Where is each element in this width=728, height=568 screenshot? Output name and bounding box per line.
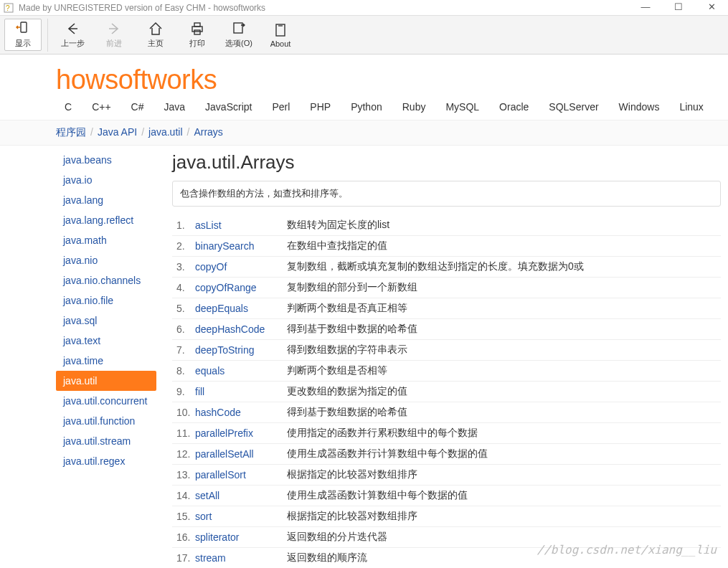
method-row: 15.sort根据指定的比较器对数组排序 <box>172 506 721 527</box>
sidebar-item[interactable]: java.util.function <box>56 411 156 431</box>
toolbar-label: 显示 <box>15 38 31 49</box>
toolbar-label: About <box>270 39 291 48</box>
sidebar: java.beansjava.iojava.langjava.lang.refl… <box>0 150 156 568</box>
method-number: 17. <box>172 552 195 564</box>
method-name[interactable]: asList <box>195 219 287 231</box>
svg-rect-4 <box>194 23 200 27</box>
toolbar-show-button[interactable]: 显示 <box>4 19 42 51</box>
close-button[interactable]: ✕ <box>695 0 728 16</box>
method-name[interactable]: stream <box>195 552 287 564</box>
topnav-item[interactable]: Perl <box>272 101 290 113</box>
method-row: 12.parallelSetAll使用生成器函数并行计算数组中每个数据的值 <box>172 444 721 465</box>
method-name[interactable]: copyOfRange <box>195 282 287 293</box>
sidebar-item[interactable]: java.math <box>56 230 156 250</box>
method-number: 11. <box>172 427 195 439</box>
breadcrumb-item[interactable]: java.util <box>148 126 182 138</box>
topnav-item[interactable]: Oracle <box>499 101 529 113</box>
method-desc: 复制数组，截断或填充复制的数组达到指定的长度。填充数据为0或 <box>287 260 721 273</box>
topnav-item[interactable]: Ruby <box>402 101 426 113</box>
minimize-button[interactable]: — <box>629 0 662 16</box>
sidebar-item[interactable]: java.nio.file <box>56 290 156 311</box>
topnav-item[interactable]: Java <box>164 101 186 113</box>
method-row: 9.fill更改数组的数据为指定的值 <box>172 382 721 402</box>
method-name[interactable]: fill <box>195 386 287 397</box>
method-name[interactable]: deepHashCode <box>195 323 287 335</box>
topnav-item[interactable]: C# <box>131 101 144 113</box>
method-row: 3.copyOf复制数组，截断或填充复制的数组达到指定的长度。填充数据为0或 <box>172 257 721 278</box>
arrow-left-icon <box>65 21 80 37</box>
method-number: 9. <box>172 386 195 397</box>
method-row: 11.parallelPrefix使用指定的函数并行累积数组中的每个数据 <box>172 423 721 444</box>
method-number: 12. <box>172 448 195 460</box>
breadcrumb-item[interactable]: 程序园 <box>56 126 86 138</box>
method-row: 13.parallelSort根据指定的比较器对数组排序 <box>172 465 721 486</box>
topnav-item[interactable]: MySQL <box>445 101 479 113</box>
toolbar-opts-button[interactable]: 选项(O) <box>220 19 257 50</box>
sidebar-item[interactable]: java.util.regex <box>56 451 156 471</box>
method-list: 1.asList数组转为固定长度的list2.binarySearch在数组中查… <box>172 215 721 568</box>
method-name[interactable]: parallelSort <box>195 469 287 481</box>
method-name[interactable]: parallelSetAll <box>195 448 287 460</box>
method-number: 3. <box>172 261 195 273</box>
method-number: 2. <box>172 240 195 252</box>
method-number: 5. <box>172 303 195 314</box>
toolbar-back-button[interactable]: 上一步 <box>54 19 91 50</box>
sidebar-item[interactable]: java.lang <box>56 190 156 210</box>
sidebar-item[interactable]: java.lang.reflect <box>56 210 156 230</box>
top-nav: CC++C#JavaJavaScriptPerlPHPPythonRubyMyS… <box>0 101 728 113</box>
method-name[interactable]: sort <box>195 511 287 522</box>
method-name[interactable]: parallelPrefix <box>195 427 287 439</box>
toolbar-print-button[interactable]: 打印 <box>179 19 216 50</box>
sidebar-item[interactable]: java.beans <box>56 150 156 170</box>
sidebar-item[interactable]: java.util <box>56 371 156 391</box>
method-number: 8. <box>172 365 195 377</box>
breadcrumb-item[interactable]: Java API <box>98 126 137 138</box>
svg-rect-5 <box>194 30 200 34</box>
method-name[interactable]: setAll <box>195 490 287 501</box>
sidebar-item[interactable]: java.util.stream <box>56 431 156 451</box>
topnav-item[interactable]: C <box>65 101 72 113</box>
method-number: 14. <box>172 490 195 501</box>
topnav-item[interactable]: Python <box>351 101 382 113</box>
method-name[interactable]: deepEquals <box>195 303 287 314</box>
method-name[interactable]: deepToString <box>195 344 287 356</box>
sidebar-item[interactable]: java.time <box>56 351 156 371</box>
sidebar-item[interactable]: java.sql <box>56 311 156 331</box>
method-number: 6. <box>172 323 195 335</box>
topnav-item[interactable]: Linux <box>679 101 703 113</box>
topnav-item[interactable]: C++ <box>92 101 110 113</box>
method-number: 10. <box>172 407 195 418</box>
topnav-item[interactable]: SQLServer <box>549 101 598 113</box>
method-name[interactable]: copyOf <box>195 261 287 273</box>
topnav-item[interactable]: PHP <box>310 101 331 113</box>
sidebar-item[interactable]: java.util.concurrent <box>56 391 156 411</box>
toolbar-fwd-button: 前进 <box>95 19 133 50</box>
method-row: 1.asList数组转为固定长度的list <box>172 215 721 236</box>
sidebar-item[interactable]: java.nio.channels <box>56 270 156 290</box>
topnav-item[interactable]: Windows <box>619 101 660 113</box>
method-desc: 使用生成器函数计算数组中每个数据的值 <box>287 489 721 502</box>
breadcrumb: 程序园/Java API/java.util/Arrays <box>0 120 728 146</box>
main: java.beansjava.iojava.langjava.lang.refl… <box>0 146 728 568</box>
sidebar-item[interactable]: java.nio <box>56 250 156 270</box>
breadcrumb-sep: / <box>90 126 93 138</box>
logo: howsoftworks <box>0 65 728 95</box>
breadcrumb-item[interactable]: Arrays <box>194 126 222 138</box>
method-name[interactable]: binarySearch <box>195 240 287 252</box>
method-name[interactable]: spliterator <box>195 531 287 543</box>
toolbar-home-button[interactable]: 主页 <box>137 19 174 50</box>
maximize-button[interactable]: ☐ <box>662 0 695 16</box>
breadcrumb-sep: / <box>187 126 190 138</box>
method-row: 6.deepHashCode得到基于数组中数据的哈希值 <box>172 319 721 340</box>
phone-arrow-icon <box>15 21 31 37</box>
toolbar-label: 打印 <box>189 38 205 49</box>
method-name[interactable]: equals <box>195 365 287 377</box>
method-name[interactable]: hashCode <box>195 407 287 418</box>
toolbar-about-button[interactable]: About <box>262 21 299 49</box>
breadcrumb-sep: / <box>141 126 144 138</box>
toolbar-label: 上一步 <box>61 38 85 49</box>
sidebar-item[interactable]: java.io <box>56 170 156 190</box>
topnav-item[interactable]: JavaScript <box>205 101 252 113</box>
sidebar-item[interactable]: java.text <box>56 331 156 351</box>
svg-rect-6 <box>234 23 242 33</box>
